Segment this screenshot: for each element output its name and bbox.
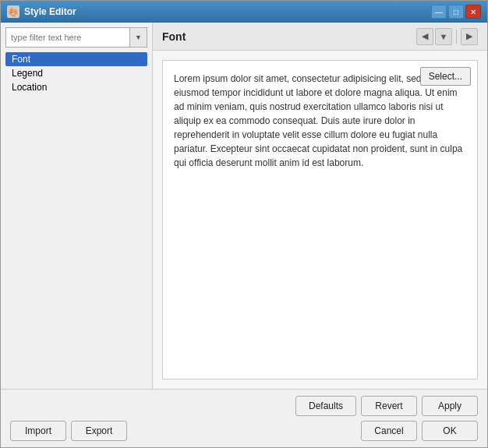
nav-dropdown-button[interactable]: ▼: [435, 28, 452, 45]
bottom-row-top: Defaults Revert Apply: [10, 396, 478, 416]
export-button[interactable]: Export: [71, 421, 127, 441]
right-body: Lorem ipsum dolor sit amet, consectetur …: [153, 51, 487, 389]
cancel-button[interactable]: Cancel: [361, 421, 417, 441]
window-icon: 🎨: [7, 5, 19, 18]
bottom-row-bottom-right: Cancel OK: [361, 421, 478, 441]
import-button[interactable]: Import: [10, 421, 66, 441]
revert-button[interactable]: Revert: [361, 396, 417, 416]
nav-forward-button[interactable]: ▶: [461, 28, 478, 45]
filter-dropdown-button[interactable]: ▼: [130, 27, 147, 48]
ok-button[interactable]: OK: [422, 421, 478, 441]
title-bar-left: 🎨 Style Editor: [7, 5, 76, 18]
header-nav-buttons: ◀ ▼ ▶: [416, 28, 478, 45]
title-controls: — □ ✕: [431, 5, 481, 19]
defaults-button[interactable]: Defaults: [295, 396, 356, 416]
font-preview-text: Lorem ipsum dolor sit amet, consectetur …: [174, 72, 466, 170]
nav-separator: [456, 30, 457, 44]
style-editor-window: 🎨 Style Editor — □ ✕ ▼ Font Legend: [0, 0, 488, 448]
bottom-bar: Defaults Revert Apply Import Export Canc…: [1, 389, 487, 447]
right-header: Font ◀ ▼ ▶: [153, 23, 487, 51]
tree-list: Font Legend Location: [5, 52, 147, 384]
nav-back-button[interactable]: ◀: [416, 28, 433, 45]
tree-item-legend[interactable]: Legend: [5, 66, 147, 80]
bottom-row-bottom: Import Export Cancel OK: [10, 421, 478, 441]
maximize-button[interactable]: □: [448, 5, 464, 19]
window-title: Style Editor: [24, 6, 76, 17]
right-panel: Font ◀ ▼ ▶ Lorem ipsum dolor sit amet, c…: [153, 23, 487, 389]
bottom-row-bottom-left: Import Export: [10, 421, 127, 441]
tree-item-location[interactable]: Location: [5, 80, 147, 94]
filter-input[interactable]: [5, 27, 130, 48]
font-preview-area: Lorem ipsum dolor sit amet, consectetur …: [162, 60, 478, 379]
main-content: ▼ Font Legend Location Font ◀ ▼: [1, 23, 487, 389]
filter-row: ▼: [5, 27, 147, 48]
select-font-button[interactable]: Select...: [420, 67, 471, 86]
apply-button[interactable]: Apply: [422, 396, 478, 416]
minimize-button[interactable]: —: [431, 5, 447, 19]
title-bar: 🎨 Style Editor — □ ✕: [1, 1, 487, 23]
right-header-title: Font: [162, 30, 186, 43]
close-button[interactable]: ✕: [465, 5, 481, 19]
left-panel: ▼ Font Legend Location: [1, 23, 153, 389]
tree-item-font[interactable]: Font: [5, 52, 147, 66]
